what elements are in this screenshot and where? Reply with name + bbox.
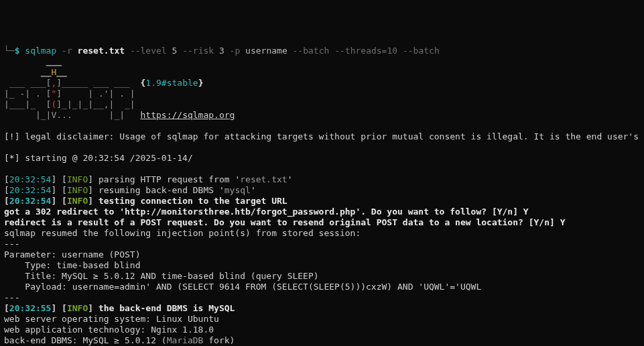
banner-line3: ___ ___[,]_____ ___ ___ {1.9#stable} (4, 78, 203, 88)
flag-risk: --risk (182, 46, 219, 56)
log-line-parse: [20:32:54] [INFO] parsing HTTP request f… (4, 174, 293, 184)
log-line-redirect1: got a 302 redirect to 'http://monitorsth… (4, 207, 529, 217)
val-risk: 3 (219, 46, 230, 56)
log-line-redirect2: redirect is a result of a POST request. … (4, 217, 565, 227)
val-level: 5 (172, 46, 183, 56)
banner-line5: |___|_ [(]_|_|_|__,| _| (4, 99, 135, 109)
terminal-output: └─$ sqlmap -r reset.txt --level 5 --risk… (4, 46, 640, 346)
divider: --- (4, 292, 19, 302)
log-title: Title: MySQL ≥ 5.0.12 AND time-based bli… (4, 271, 319, 281)
log-line-backend: [20:32:55] [INFO] the back-end DBMS is M… (4, 303, 235, 313)
log-param: Parameter: username (POST) (4, 249, 141, 260)
timestamp: 20:32:54 (9, 174, 52, 184)
info-tag: INFO (67, 303, 88, 313)
log-line-test: [20:32:54] [INFO] testing connection to … (4, 196, 287, 206)
tree-char: └─ (4, 46, 15, 56)
timestamp: 20:32:54 (9, 185, 52, 195)
starting-line: [*] starting @ 20:32:54 /2025-01-14/ (4, 153, 193, 163)
log-type: Type: time-based blind (4, 260, 141, 270)
banner-line1: ___ (4, 56, 62, 66)
info-tag: INFO (67, 196, 88, 206)
banner-line4: |_ -| . ["] | .'| . | (4, 89, 135, 99)
flag-p: -p (230, 46, 245, 56)
dollar-sign: $ (15, 46, 25, 56)
cmd-sqlmap: sqlmap (25, 46, 62, 56)
flag-batch2: --batch (403, 46, 440, 56)
flag-batch1: --batch (293, 46, 335, 56)
divider: --- (4, 239, 19, 249)
disclaimer-text: [!] legal disclaimer: Usage of sqlmap fo… (4, 131, 644, 141)
info-tag: INFO (67, 174, 88, 184)
val-p: username (245, 46, 292, 56)
flag-level: --level (130, 46, 172, 56)
log-line-resume: [20:32:54] [INFO] resuming back-end DBMS… (4, 185, 261, 195)
log-os: web server operating system: Linux Ubunt… (4, 314, 219, 324)
timestamp: 20:32:55 (9, 303, 52, 313)
flag-r: -r (62, 46, 77, 56)
sqlmap-url: https://sqlmap.org (141, 110, 235, 120)
log-payload: Payload: username=admin' AND (SELECT 961… (4, 282, 481, 292)
log-line-resumed: sqlmap resumed the following injection p… (4, 228, 361, 238)
banner-line2: __H__ (4, 67, 67, 77)
log-tech: web application technology: Nginx 1.18.0 (4, 325, 214, 335)
timestamp: 20:32:54 (9, 196, 52, 206)
banner-line6: |_|V... |_| https://sqlmap.org (4, 110, 235, 120)
info-tag: INFO (67, 185, 88, 195)
arg-reset: reset.txt (78, 46, 130, 56)
log-dbms: back-end DBMS: MySQL ≥ 5.0.12 (MariaDB f… (4, 335, 235, 345)
prompt-line: └─$ sqlmap -r reset.txt --level 5 --risk… (4, 46, 440, 56)
flag-threads: --threads=10 (334, 46, 403, 56)
